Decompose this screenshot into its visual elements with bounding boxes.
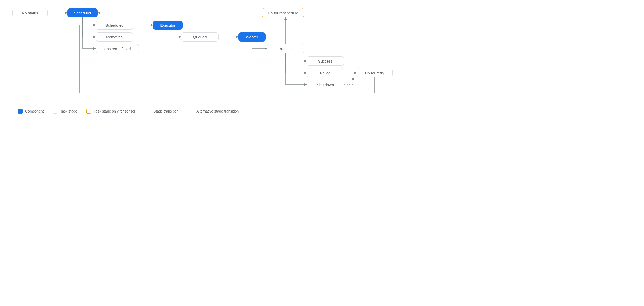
legend-line-dashed [188, 111, 194, 111]
edges-layer [0, 0, 402, 191]
legend-item-stage: Task stage [53, 109, 77, 114]
legend-label: Alternative stage transition [196, 109, 239, 113]
node-worker: Worker [238, 32, 266, 42]
node-no-status: No status [12, 8, 48, 17]
node-scheduler: Scheduler [67, 8, 98, 17]
node-up-for-retry: Up for retry [357, 68, 393, 77]
legend-item-alt-transition: Alternative stage transition [188, 109, 239, 113]
legend-swatch-sensor [86, 109, 91, 114]
diagram-canvas: No status Scheduler Scheduled Removed Up… [0, 0, 402, 191]
legend-item-transition: Stage transition [145, 109, 178, 113]
node-removed: Removed [96, 32, 133, 42]
node-running: Running [267, 44, 304, 53]
legend-label: Task stage [60, 109, 77, 113]
node-success: Success [307, 56, 344, 66]
legend-label: Task stage only for sensor [94, 109, 135, 113]
legend-label: Component [25, 109, 44, 113]
node-queued: Queued [181, 32, 219, 42]
node-upstream: Upstream failed [96, 44, 139, 53]
legend-item-sensor: Task stage only for sensor [86, 109, 135, 114]
legend-swatch-component [18, 109, 23, 114]
legend-item-component: Component [18, 109, 44, 114]
legend-label: Stage transition [153, 109, 178, 113]
node-executor: Executor [153, 21, 183, 30]
legend-line-solid [145, 111, 151, 111]
node-scheduled: Scheduled [96, 21, 133, 30]
node-up-for-reschedule: Up for reschedule [262, 8, 304, 17]
node-failed: Failed [307, 68, 344, 77]
node-shutdown: Shutdown [307, 80, 344, 89]
legend: Component Task stage Task stage only for… [18, 109, 239, 114]
legend-swatch-stage [53, 109, 57, 114]
